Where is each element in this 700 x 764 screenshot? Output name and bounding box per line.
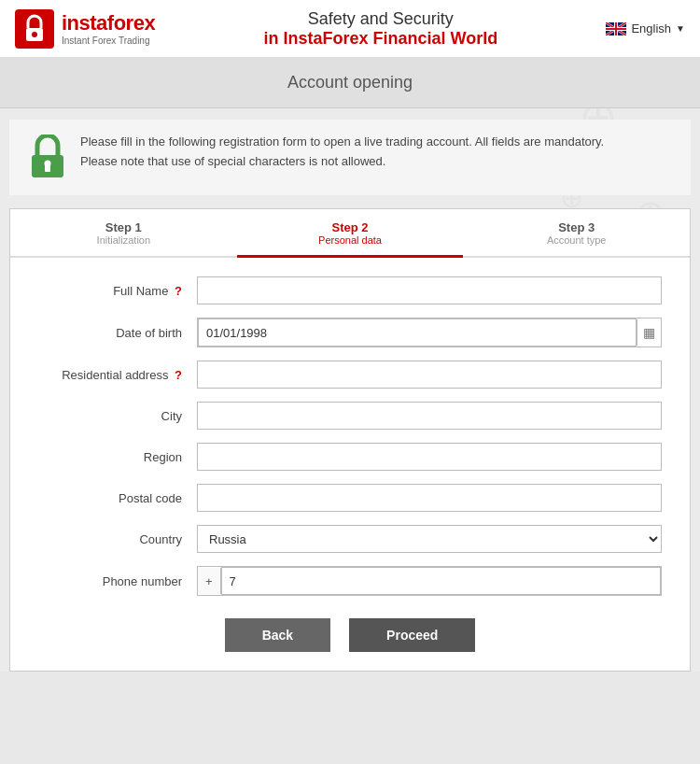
address-input[interactable] <box>197 361 662 389</box>
city-label: City <box>38 409 197 423</box>
lang-label: English <box>631 21 671 35</box>
svg-point-2 <box>32 32 37 37</box>
flag-icon <box>606 22 626 35</box>
city-input[interactable] <box>197 402 662 430</box>
region-label: Region <box>38 450 197 464</box>
full-name-required: ? <box>175 284 182 298</box>
logo-sub: Instant Forex Trading <box>62 35 155 46</box>
lang-selector[interactable]: English ▼ <box>606 21 685 35</box>
page-content: Account opening Please fill in the follo… <box>0 58 700 672</box>
phone-wrap: + <box>197 566 662 596</box>
page-wrap: ⚙ ⊕ ⊕ ⊕ ⊕ Account opening Please fill in… <box>0 58 700 672</box>
city-field: City <box>38 402 662 430</box>
header: instaforex Instant Forex Trading Safety … <box>0 0 700 58</box>
postal-input[interactable] <box>197 484 662 512</box>
address-input-wrap <box>197 361 662 389</box>
header-title-line1: Safety and Security <box>155 9 606 29</box>
full-name-label: Full Name ? <box>38 284 197 298</box>
step-2-label: Step 2 <box>237 220 464 234</box>
logo-area: instaforex Instant Forex Trading <box>15 9 155 49</box>
postal-input-wrap <box>197 484 662 512</box>
country-select[interactable]: Russia United States Germany France Chin… <box>197 525 662 553</box>
country-input-wrap: Russia United States Germany France Chin… <box>197 525 662 553</box>
buttons-row: Back Proceed <box>10 618 690 652</box>
full-name-input-wrap <box>197 276 662 304</box>
dob-input-wrap: ▦ <box>197 318 662 347</box>
city-input-wrap <box>197 402 662 430</box>
step-3[interactable]: Step 3 Account type <box>463 220 690 256</box>
region-field: Region <box>38 443 662 471</box>
step-1-label: Step 1 <box>10 220 237 234</box>
phone-plus: + <box>198 568 221 594</box>
header-center: Safety and Security in InstaForex Financ… <box>155 9 606 49</box>
svg-rect-11 <box>606 28 626 30</box>
phone-field: Phone number + <box>38 566 662 596</box>
section-title: Account opening <box>0 58 700 108</box>
step-3-sub: Account type <box>463 234 690 246</box>
postal-label: Postal code <box>38 491 197 505</box>
lock-icon <box>28 134 67 182</box>
phone-input[interactable] <box>221 567 661 595</box>
form-container: Step 1 Initialization Step 2 Personal da… <box>9 208 691 672</box>
phone-label: Phone number <box>38 574 197 588</box>
dob-input[interactable] <box>198 318 637 347</box>
header-title-line2: in InstaForex Financial World <box>155 29 606 49</box>
country-label: Country <box>38 532 197 546</box>
region-input-wrap <box>197 443 662 471</box>
phone-input-wrap: + <box>197 566 662 596</box>
step-2-sub: Personal data <box>237 234 464 246</box>
svg-point-19 <box>45 161 51 167</box>
postal-field: Postal code <box>38 484 662 512</box>
country-field: Country Russia United States Germany Fra… <box>38 525 662 553</box>
logo-title: instaforex <box>62 11 155 35</box>
logo-icon <box>15 9 54 49</box>
date-field-wrap: ▦ <box>197 318 662 347</box>
step-2[interactable]: Step 2 Personal data <box>237 220 464 258</box>
steps-bar: Step 1 Initialization Step 2 Personal da… <box>10 209 690 258</box>
step-1[interactable]: Step 1 Initialization <box>10 220 237 256</box>
region-input[interactable] <box>197 443 662 471</box>
dob-label: Date of birth <box>38 326 197 340</box>
address-field: Residential address ? <box>38 361 662 389</box>
step-3-label: Step 3 <box>463 220 690 234</box>
lang-chevron-icon: ▼ <box>676 23 685 34</box>
full-name-input[interactable] <box>197 276 662 304</box>
calendar-icon[interactable]: ▦ <box>637 319 661 346</box>
proceed-button[interactable]: Proceed <box>349 618 475 652</box>
step-1-sub: Initialization <box>10 234 237 246</box>
info-box: Please fill in the following registratio… <box>9 120 691 195</box>
address-required: ? <box>175 368 182 382</box>
address-label: Residential address ? <box>38 368 197 382</box>
logo-text: instaforex Instant Forex Trading <box>62 11 155 46</box>
full-name-field: Full Name ? <box>38 276 662 304</box>
info-text: Please fill in the following registratio… <box>80 133 604 172</box>
back-button[interactable]: Back <box>225 618 330 652</box>
dob-field: Date of birth ▦ <box>38 318 662 347</box>
